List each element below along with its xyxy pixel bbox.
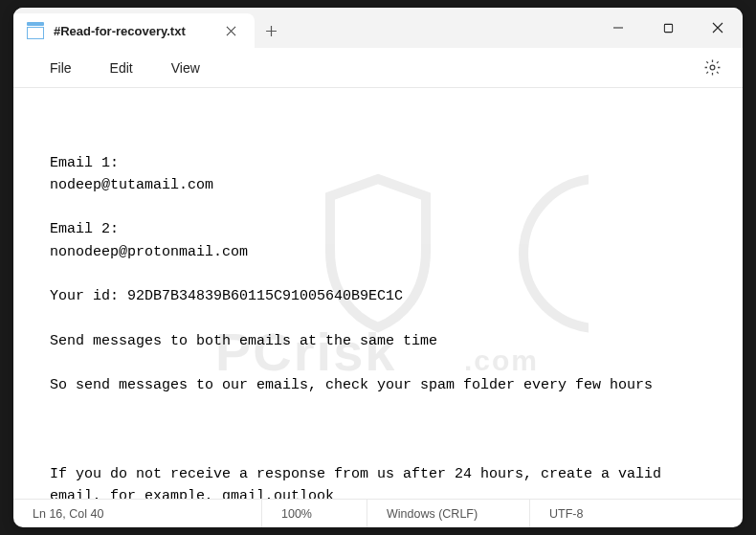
close-window-button[interactable] <box>693 8 743 48</box>
status-eol: Windows (CRLF) <box>367 500 530 527</box>
maximize-icon <box>663 23 674 33</box>
new-tab-button[interactable] <box>255 13 289 48</box>
status-position: Ln 16, Col 40 <box>13 500 262 527</box>
tab-title: #Read-for-recovery.txt <box>54 24 186 38</box>
document-tab[interactable]: #Read-for-recovery.txt <box>13 13 255 48</box>
close-icon <box>712 22 723 33</box>
notepad-icon <box>27 22 44 39</box>
menu-file[interactable]: File <box>31 55 91 81</box>
text-line: Email 2: <box>50 221 119 237</box>
maximize-button[interactable] <box>643 8 693 48</box>
titlebar: #Read-for-recovery.txt <box>13 8 743 48</box>
minimize-icon <box>612 22 624 33</box>
statusbar: Ln 16, Col 40 100% Windows (CRLF) UTF-8 <box>13 499 743 527</box>
minimize-button[interactable] <box>593 8 643 48</box>
menu-view[interactable]: View <box>152 55 219 81</box>
close-tab-button[interactable] <box>220 19 243 42</box>
text-line: So send messages to our emails, check yo… <box>50 377 653 393</box>
notepad-window: #Read-for-recovery.txt File Edit View <box>13 8 743 527</box>
menu-edit[interactable]: Edit <box>91 55 152 81</box>
svg-rect-0 <box>664 24 672 32</box>
text-line: If you do not receive a response from us… <box>50 466 670 499</box>
svg-point-2 <box>523 179 589 328</box>
text-editor-area[interactable]: PCrisk .com Email 1: nodeep@tutamail.com… <box>13 88 743 499</box>
text-line: 92DB7B34839B60115C91005640B9EC1C <box>127 288 403 304</box>
text-line: nonodeep@protonmail.com <box>50 244 248 260</box>
svg-text:.com: .com <box>464 345 539 376</box>
text-line: nodeep@tutamail.com <box>50 177 213 193</box>
svg-point-1 <box>710 65 715 70</box>
x-icon <box>226 26 236 36</box>
settings-button[interactable] <box>699 55 725 81</box>
status-zoom[interactable]: 100% <box>262 500 367 527</box>
menubar: File Edit View <box>13 48 743 88</box>
gear-icon <box>703 58 722 77</box>
titlebar-drag-area[interactable] <box>289 8 593 48</box>
plus-icon <box>265 25 278 37</box>
text-line: Email 1: <box>50 155 119 171</box>
text-line: Your id: <box>50 288 119 304</box>
window-controls <box>593 8 743 48</box>
text-line: Send messages to both emails at the same… <box>50 333 437 349</box>
status-encoding: UTF-8 <box>530 500 743 527</box>
svg-text:PCrisk: PCrisk <box>215 322 396 382</box>
